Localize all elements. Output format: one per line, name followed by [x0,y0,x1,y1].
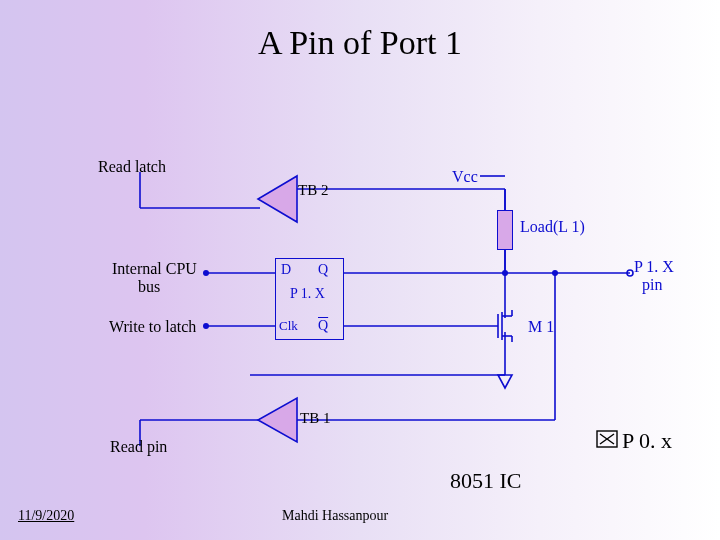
label-read-latch: Read latch [98,158,166,176]
label-internal-cpu-2: bus [138,278,160,296]
label-read-pin: Read pin [110,438,167,456]
label-tb2: TB 2 [298,182,328,199]
footer-date: 11/9/2020 [18,508,74,524]
label-p1x-pin-1: P 1. X [634,258,674,276]
svg-marker-18 [258,176,297,222]
label-8051-ic: 8051 IC [450,468,522,494]
junction-dot [552,270,558,276]
svg-marker-20 [258,398,297,442]
label-clk: Clk [279,318,298,334]
footer-author: Mahdi Hassanpour [282,508,388,524]
junction-dot [203,323,209,329]
label-p1x-latch: P 1. X [290,286,325,302]
label-internal-cpu-1: Internal CPU [112,260,197,278]
label-m1: M 1 [528,318,554,336]
circuit-wires [0,0,720,540]
label-p0x-group: P 0. x [596,428,672,454]
label-vcc: Vcc [452,168,478,186]
label-qbar: Q [318,318,328,334]
label-p1x-pin-2: pin [642,276,662,294]
svg-marker-27 [498,375,512,388]
label-p0x: P 0. x [622,428,672,454]
junction-dot [203,270,209,276]
load-fill [498,211,512,249]
junction-dot [502,270,508,276]
label-d: D [281,262,291,278]
label-write-to-latch: Write to latch [109,318,196,336]
label-load: Load(L 1) [520,218,585,236]
label-q: Q [318,262,328,278]
label-tb1: TB 1 [300,410,330,427]
box-x-icon [596,428,618,454]
diagram-stage: Read latch TB 2 Vcc Load(L 1) Internal C… [0,0,720,540]
